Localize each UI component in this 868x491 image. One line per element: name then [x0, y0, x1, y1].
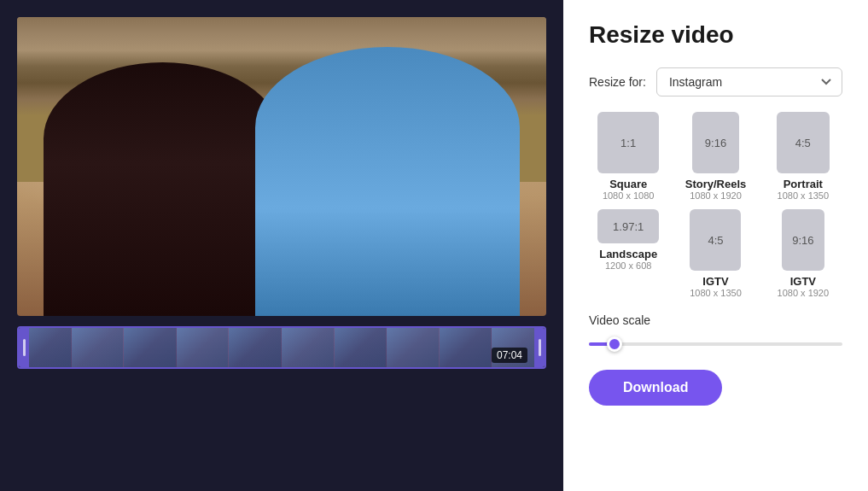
resize-for-dropdown[interactable]: Instagram YouTube TikTok Twitter Faceboo…: [656, 67, 842, 96]
timeline-handle-right[interactable]: [534, 328, 545, 367]
timeline-handle-left[interactable]: [19, 328, 29, 367]
format-card-portrait[interactable]: 4:5 Portrait 1080 x 1350: [764, 112, 842, 201]
format-card-igtv-916[interactable]: 9:16 IGTV 1080 x 1920: [764, 209, 842, 298]
format-name-igtv-45: IGTV: [702, 275, 728, 288]
timeline-frame: [440, 328, 492, 367]
format-name-portrait: Portrait: [784, 178, 823, 190]
format-box-igtv-916: 9:16: [782, 209, 824, 271]
format-box-story: 9:16: [692, 112, 739, 173]
timeline-frame: [229, 328, 282, 367]
left-panel: 07:04: [0, 0, 563, 491]
format-card-story[interactable]: 9:16 Story/Reels 1080 x 1920: [676, 112, 754, 201]
slider-track: [589, 342, 842, 346]
handle-grip-left: [23, 339, 26, 356]
format-dims-igtv-45: 1080 x 1350: [690, 288, 742, 298]
format-box-portrait: 4:5: [777, 112, 830, 173]
format-grid: 1:1 Square 1080 x 1080 9:16 Story/Reels …: [589, 112, 842, 298]
format-card-igtv-45[interactable]: 4:5 IGTV 1080 x 1350: [676, 209, 754, 298]
format-name-square: Square: [609, 178, 647, 190]
format-name-landscape: Landscape: [599, 248, 657, 260]
download-button[interactable]: Download: [589, 370, 722, 406]
format-card-square[interactable]: 1:1 Square 1080 x 1080: [589, 112, 667, 201]
right-panel: Resize video Resize for: Instagram YouTu…: [563, 0, 868, 491]
format-dims-square: 1080 x 1080: [603, 190, 655, 201]
timeline-frame: [335, 328, 387, 367]
format-dims-igtv-916: 1080 x 1920: [778, 288, 830, 298]
handle-grip-right: [539, 339, 541, 356]
format-box-landscape: 1.97:1: [597, 209, 659, 243]
format-box-igtv-45: 4:5: [690, 209, 741, 271]
timeline-frame: [282, 328, 335, 367]
timeline-frame: [72, 328, 125, 367]
format-dims-story: 1080 x 1920: [690, 190, 742, 201]
format-name-igtv-916: IGTV: [790, 275, 816, 288]
format-card-landscape[interactable]: 1.97:1 Landscape 1200 x 608: [589, 209, 667, 298]
timeline-strip[interactable]: 07:04: [17, 326, 546, 369]
timeline-frame: [124, 328, 177, 367]
timeline-timestamp: 07:04: [492, 348, 527, 363]
person-left: [44, 62, 282, 317]
people-container: [17, 17, 546, 316]
format-dims-portrait: 1080 x 1350: [778, 190, 830, 201]
video-scale-slider-container[interactable]: [589, 336, 842, 353]
video-scale-label: Video scale: [589, 313, 842, 327]
timeline-frame: [177, 328, 230, 367]
video-preview: [17, 17, 546, 316]
format-dims-landscape: 1200 x 608: [605, 260, 651, 271]
video-scale-section: Video scale: [589, 313, 842, 353]
resize-for-label: Resize for:: [589, 75, 646, 89]
person-right: [255, 47, 520, 316]
resize-for-row: Resize for: Instagram YouTube TikTok Twi…: [589, 67, 842, 96]
timeline-frame: [387, 328, 440, 367]
video-frame: [17, 17, 546, 316]
slider-thumb[interactable]: [607, 336, 622, 352]
format-box-square: 1:1: [597, 112, 659, 173]
timeline-container: 07:04: [17, 326, 546, 369]
format-name-story: Story/Reels: [685, 178, 747, 190]
page-title: Resize video: [589, 21, 842, 49]
